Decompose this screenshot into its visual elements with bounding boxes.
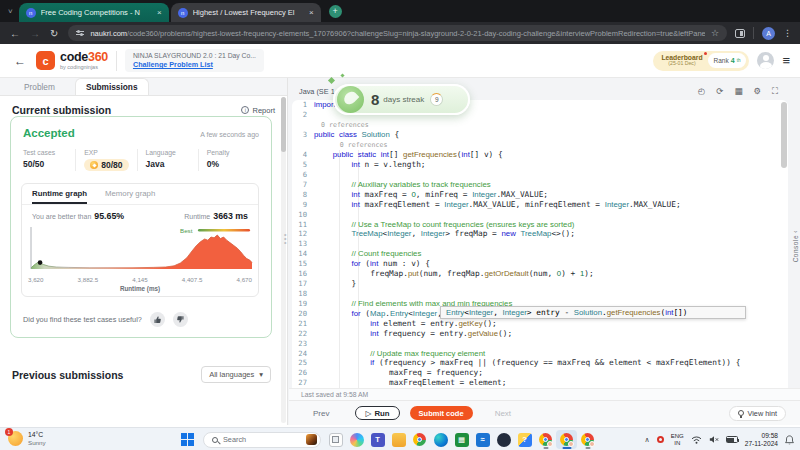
editor-scrollbar[interactable] — [781, 102, 787, 168]
taskbar-app-chrome-profile-2[interactable] — [556, 430, 577, 449]
left-panel-scrollbar[interactable] — [281, 97, 286, 423]
code-line-5[interactable]: 5 int n = v.length; — [292, 160, 780, 170]
taskbar-app-chrome[interactable] — [409, 430, 430, 449]
code-line-22[interactable]: 22 int frequency = entry.getValue(); — [292, 328, 780, 338]
reset-code-icon[interactable]: ⟳ — [716, 86, 723, 97]
browser-tab-1[interactable]: nFree Coding Competitions - N× — [19, 3, 169, 22]
page-back-icon[interactable]: ← — [14, 54, 26, 68]
site-settings-icon[interactable] — [76, 31, 84, 35]
tab-search-icon[interactable]: ˅ — [8, 7, 13, 16]
codelens-references[interactable]: 0 references — [292, 120, 780, 130]
thumbs-down-button[interactable] — [173, 312, 188, 327]
play-icon: ▷ — [365, 409, 371, 418]
battery-icon[interactable] — [726, 436, 738, 443]
taskbar-app-edge[interactable] — [430, 430, 451, 449]
notification-bell-icon[interactable] — [785, 435, 794, 445]
reload-icon[interactable]: ↻ — [50, 28, 58, 39]
code-line-26[interactable]: 26 maxFreq = frequency; — [292, 368, 780, 378]
challenge-problem-list-link[interactable]: Challenge Problem List — [133, 60, 256, 69]
tray-chevron-icon[interactable]: ∧ — [645, 436, 650, 444]
challenge-title: NINJA SLAYGROUND 2.0 : 21 Day Co... — [133, 52, 256, 60]
taskbar-app-whiteboard[interactable]: ≈ — [472, 430, 493, 449]
tab-close-icon[interactable]: × — [157, 8, 162, 17]
wifi-icon[interactable] — [691, 435, 702, 444]
run-button[interactable]: ▷Run — [355, 406, 399, 420]
taskbar-app-excel[interactable]: ▦ — [451, 430, 472, 449]
url-bar[interactable]: naukri.com/code360/problems/highest-lowe… — [68, 25, 727, 41]
taskbar-app-copilot[interactable] — [346, 430, 367, 449]
browser-tab-2[interactable]: nHighest / Lowest Frequency El× — [171, 3, 321, 22]
panel-resize-handle[interactable]: ••• — [284, 233, 286, 245]
prev-button[interactable]: Prev — [313, 409, 329, 418]
weather-widget[interactable]: 1 14°C Sunny — [8, 431, 46, 446]
clock[interactable]: 09:5827-11-2024 — [745, 432, 778, 447]
code-line-16[interactable]: 16 freqMap.put(num, freqMap.getOrDefault… — [292, 269, 780, 279]
start-button[interactable] — [178, 430, 199, 449]
leaderboard-badge[interactable]: Leaderboard (25-01 Dec) Rank 4th — [653, 51, 749, 71]
code-line-6[interactable]: 6 — [292, 169, 780, 179]
code-line-18[interactable]: 18 — [292, 289, 780, 299]
weather-sun-icon: 1 — [8, 431, 23, 446]
language-indicator[interactable]: ENGIN — [671, 433, 684, 446]
code-line-17[interactable]: 17 } — [292, 279, 780, 289]
line-number: 27 — [292, 378, 314, 387]
line-number: 8 — [292, 190, 314, 199]
tab-memory-graph[interactable]: Memory graph — [105, 189, 155, 204]
code-line-12[interactable]: 12 TreeMap<Integer, Integer> freqMap = n… — [292, 229, 780, 239]
code-line-25[interactable]: 25 if (frequency > maxFreq || (frequency… — [292, 358, 780, 368]
code-line-10[interactable]: 10 — [292, 209, 780, 219]
code-line-24[interactable]: 24 // Update max frequency element — [292, 348, 780, 358]
code-line-7[interactable]: 7 // Auxiliary variables to track freque… — [292, 179, 780, 189]
language-filter-dropdown[interactable]: All languages▾ — [201, 366, 271, 383]
taskbar-app-teams[interactable]: T — [367, 430, 388, 449]
taskbar-app-task-view[interactable] — [325, 430, 346, 449]
taskbar-app-quick-assist[interactable]: ? — [514, 430, 535, 449]
new-tab-button[interactable]: + — [329, 5, 342, 18]
forward-icon[interactable]: → — [30, 28, 40, 39]
tab-submissions[interactable]: Submissions — [75, 78, 149, 95]
code-line-13[interactable]: 13 — [292, 239, 780, 249]
layout-icon[interactable]: ▦ — [734, 86, 742, 97]
thumbs-up-button[interactable] — [150, 312, 165, 327]
code-line-15[interactable]: 15 for (int num : v) { — [292, 259, 780, 269]
tab-runtime-graph[interactable]: Runtime graph — [32, 189, 87, 204]
browser-menu-icon[interactable]: ⋮ — [783, 28, 792, 38]
browser-sidepanel-icon[interactable] — [735, 29, 745, 38]
code-line-9[interactable]: 9 int maxFreqElement = Integer.MAX_VALUE… — [292, 199, 780, 209]
code-line-21[interactable]: 21 int element = entry.getKey(); — [292, 318, 780, 328]
user-avatar[interactable] — [757, 52, 774, 69]
line-number: 19 — [292, 299, 314, 308]
volume-muted-icon[interactable] — [709, 435, 719, 444]
code-line-8[interactable]: 8 int maxFreq = 0, minFreq = Integer.MAX… — [292, 189, 780, 199]
hamburger-menu-icon[interactable]: ≡ — [782, 53, 790, 68]
x-axis-label: Runtime (ms) — [22, 285, 258, 292]
fullscreen-icon[interactable]: ⛶ — [772, 86, 778, 97]
code-editor[interactable]: 1import java.util.*;20 references3public… — [292, 100, 788, 388]
back-icon[interactable]: ← — [10, 28, 20, 39]
browser-profile-avatar[interactable]: A — [762, 27, 775, 40]
taskbar-app-app-dark[interactable] — [493, 430, 514, 449]
console-tab[interactable]: Console ‹ — [792, 230, 799, 262]
report-button[interactable]: iReport — [241, 106, 275, 115]
code-line-23[interactable]: 23 — [292, 338, 780, 348]
next-button[interactable]: Next — [495, 409, 511, 418]
tab-close-icon[interactable]: × — [309, 8, 314, 17]
code-line-3[interactable]: 3public class Solution { — [292, 130, 780, 140]
tab-problem[interactable]: Problem — [14, 79, 65, 95]
history-icon[interactable]: ◴ — [698, 86, 705, 97]
view-hint-button[interactable]: View hint — [729, 406, 786, 421]
code-line-14[interactable]: 14 // Count frequencies — [292, 249, 780, 259]
submit-code-button[interactable]: Submit code — [410, 406, 473, 420]
bookmark-star-icon[interactable]: ☆ — [711, 28, 719, 38]
settings-icon[interactable]: ⚙ — [753, 86, 761, 97]
code-line-11[interactable]: 11 // Use a TreeMap to count frequencies… — [292, 219, 780, 229]
tray-record-icon[interactable] — [657, 436, 664, 443]
codelens-references[interactable]: 0 references — [292, 140, 780, 150]
code-line-4[interactable]: 4 public static int[] getFrequencies(int… — [292, 150, 780, 160]
taskbar-app-file-explorer-folder[interactable] — [388, 430, 409, 449]
taskbar-search[interactable]: Search — [203, 432, 321, 448]
code360-logo[interactable]: c code360 by codingninjas — [36, 51, 108, 70]
code-line-27[interactable]: 27 maxFreqElement = element; — [292, 378, 780, 388]
taskbar-app-chrome-profile-3[interactable] — [577, 430, 598, 449]
taskbar-app-chrome-profile-1[interactable] — [535, 430, 556, 449]
